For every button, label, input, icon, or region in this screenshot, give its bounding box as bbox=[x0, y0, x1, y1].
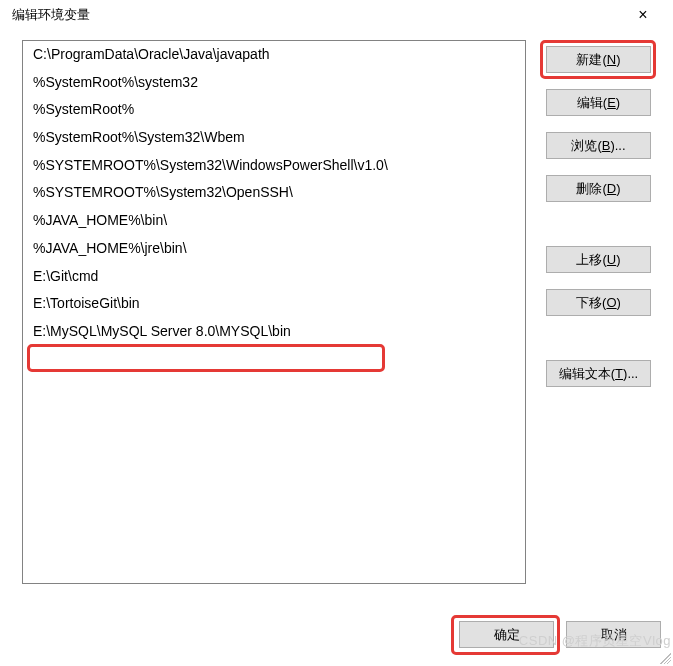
btn-key: U bbox=[607, 252, 616, 267]
browse-button[interactable]: 浏览(B)... bbox=[546, 132, 651, 159]
cancel-button[interactable]: 取消 bbox=[566, 621, 661, 648]
btn-key: D bbox=[607, 181, 616, 196]
edit-button[interactable]: 编辑(E) bbox=[546, 89, 651, 116]
btn-suffix: ) bbox=[616, 52, 620, 67]
resize-grip-icon[interactable] bbox=[657, 650, 671, 664]
delete-button[interactable]: 删除(D) bbox=[546, 175, 651, 202]
btn-text: 编辑( bbox=[577, 94, 607, 112]
list-item[interactable]: %SYSTEMROOT%\System32\OpenSSH\ bbox=[23, 179, 525, 207]
list-item[interactable]: %JAVA_HOME%\jre\bin\ bbox=[23, 235, 525, 263]
titlebar: 编辑环境变量 × bbox=[0, 0, 673, 30]
btn-key: E bbox=[607, 95, 616, 110]
close-icon[interactable]: × bbox=[623, 6, 663, 24]
ok-button[interactable]: 确定 bbox=[459, 621, 554, 648]
edit-text-button[interactable]: 编辑文本(T)... bbox=[546, 360, 651, 387]
btn-suffix: ) bbox=[616, 95, 620, 110]
btn-text: 上移( bbox=[576, 251, 606, 269]
list-item[interactable]: C:\ProgramData\Oracle\Java\javapath bbox=[23, 41, 525, 69]
btn-text: 下移( bbox=[576, 294, 606, 312]
button-sidebar: 新建(N) 编辑(E) 浏览(B)... 删除(D) 上移(U) 下移(O) 编… bbox=[546, 40, 651, 584]
btn-suffix: ) bbox=[616, 181, 620, 196]
list-item[interactable]: %SystemRoot%\System32\Wbem bbox=[23, 124, 525, 152]
list-item[interactable]: %SystemRoot% bbox=[23, 96, 525, 124]
dialog-footer: 确定 取消 bbox=[459, 621, 661, 648]
list-item[interactable]: %SYSTEMROOT%\System32\WindowsPowerShell\… bbox=[23, 152, 525, 180]
window-title: 编辑环境变量 bbox=[12, 6, 90, 24]
btn-text: 浏览( bbox=[571, 137, 601, 155]
dialog-content: C:\ProgramData\Oracle\Java\javapath %Sys… bbox=[0, 30, 673, 596]
new-button[interactable]: 新建(N) bbox=[546, 46, 651, 73]
btn-suffix: ) bbox=[616, 252, 620, 267]
btn-key: B bbox=[602, 138, 611, 153]
btn-suffix: )... bbox=[610, 138, 625, 153]
path-listbox[interactable]: C:\ProgramData\Oracle\Java\javapath %Sys… bbox=[22, 40, 526, 584]
btn-text: 新建( bbox=[576, 51, 606, 69]
btn-text: 删除( bbox=[576, 180, 606, 198]
list-item[interactable]: E:\TortoiseGit\bin bbox=[23, 290, 525, 318]
highlight-selected-item bbox=[27, 344, 385, 372]
move-down-button[interactable]: 下移(O) bbox=[546, 289, 651, 316]
btn-suffix: ) bbox=[617, 295, 621, 310]
list-item[interactable]: %SystemRoot%\system32 bbox=[23, 69, 525, 97]
list-item[interactable]: %JAVA_HOME%\bin\ bbox=[23, 207, 525, 235]
btn-text: 编辑文本( bbox=[559, 365, 615, 383]
move-up-button[interactable]: 上移(U) bbox=[546, 246, 651, 273]
btn-key: T bbox=[615, 366, 623, 381]
btn-key: O bbox=[606, 295, 616, 310]
list-item[interactable]: E:\Git\cmd bbox=[23, 263, 525, 291]
list-item[interactable]: E:\MySQL\MySQL Server 8.0\MYSQL\bin bbox=[23, 318, 525, 346]
btn-key: N bbox=[607, 52, 616, 67]
btn-suffix: )... bbox=[623, 366, 638, 381]
